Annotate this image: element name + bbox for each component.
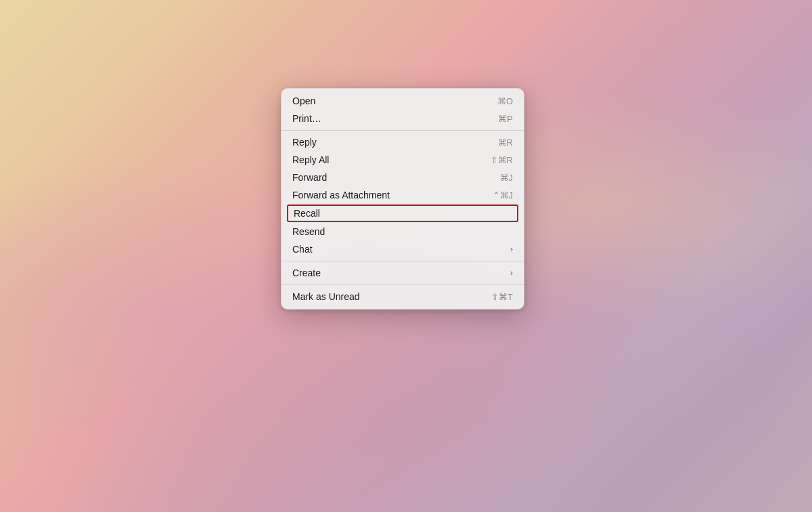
menu-item-chat-label: Chat bbox=[292, 244, 510, 255]
menu-item-chat[interactable]: Chat › bbox=[281, 240, 524, 258]
menu-item-reply-label: Reply bbox=[292, 137, 478, 148]
menu-item-forward-attachment-label: Forward as Attachment bbox=[292, 190, 472, 200]
submenu-chevron-create: › bbox=[510, 268, 513, 278]
menu-item-forward-label: Forward bbox=[292, 172, 480, 183]
menu-item-reply[interactable]: Reply ⌘R bbox=[281, 133, 524, 151]
menu-item-print-label: Print… bbox=[292, 113, 478, 124]
menu-item-forward[interactable]: Forward ⌘J bbox=[281, 169, 524, 186]
context-menu: Open ⌘O Print… ⌘P Reply ⌘R Reply All ⇧⌘R… bbox=[281, 88, 524, 310]
separator-3 bbox=[281, 284, 524, 285]
menu-item-reply-all-label: Reply All bbox=[292, 154, 470, 165]
menu-item-mark-unread-shortcut: ⇧⌘T bbox=[491, 292, 513, 302]
submenu-chevron-chat: › bbox=[510, 244, 513, 254]
menu-item-print[interactable]: Print… ⌘P bbox=[281, 110, 524, 127]
menu-item-recall[interactable]: Recall bbox=[287, 205, 518, 222]
menu-item-reply-shortcut: ⌘R bbox=[498, 137, 513, 148]
menu-item-forward-attachment-shortcut: ⌃⌘J bbox=[493, 190, 514, 200]
menu-item-open[interactable]: Open ⌘O bbox=[281, 92, 524, 110]
menu-item-resend-label: Resend bbox=[292, 226, 493, 237]
menu-item-reply-all-shortcut: ⇧⌘R bbox=[491, 155, 513, 165]
menu-item-create[interactable]: Create › bbox=[281, 264, 524, 282]
separator-2 bbox=[281, 261, 524, 261]
menu-item-mark-unread-label: Mark as Unread bbox=[292, 291, 471, 302]
menu-item-create-label: Create bbox=[292, 268, 510, 278]
menu-item-resend[interactable]: Resend bbox=[281, 223, 524, 240]
menu-item-reply-all[interactable]: Reply All ⇧⌘R bbox=[281, 151, 524, 169]
menu-item-recall-label: Recall bbox=[294, 208, 491, 219]
menu-item-open-label: Open bbox=[292, 95, 477, 106]
separator-1 bbox=[281, 130, 524, 131]
menu-item-print-shortcut: ⌘P bbox=[498, 114, 513, 124]
menu-item-mark-unread[interactable]: Mark as Unread ⇧⌘T bbox=[281, 288, 524, 305]
menu-item-open-shortcut: ⌘O bbox=[497, 96, 513, 106]
menu-item-forward-attachment[interactable]: Forward as Attachment ⌃⌘J bbox=[281, 186, 524, 204]
menu-item-forward-shortcut: ⌘J bbox=[500, 173, 514, 183]
